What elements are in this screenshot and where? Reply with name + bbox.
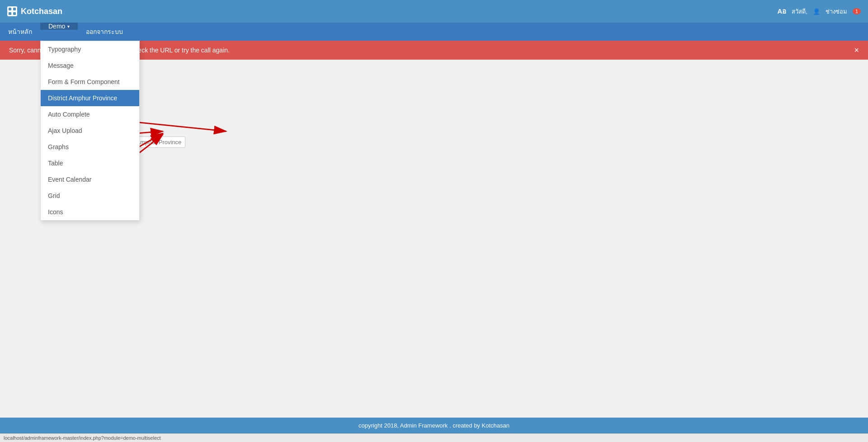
- nav-home-label: หน้าหลัก: [8, 27, 32, 37]
- user-greeting: สวัสดี,: [792, 7, 807, 16]
- main-nav: หน้าหลัก Demo ▾ Typography Message Form …: [0, 23, 868, 41]
- nav-logout-label: ออกจากระบบ: [86, 27, 123, 37]
- svg-rect-3: [13, 12, 16, 15]
- chevron-down-icon: ▾: [67, 24, 70, 29]
- footer-text: copyright 2018, Admin Framework . create…: [359, 422, 509, 429]
- dropdown-item-graphs[interactable]: Graphs: [41, 139, 139, 155]
- dropdown-item-ajax-upload[interactable]: Ajax Upload: [41, 122, 139, 139]
- nav-demo-wrapper: Demo ▾ Typography Message Form & Form Co…: [40, 23, 78, 41]
- dropdown-item-typography[interactable]: Typography: [41, 41, 139, 57]
- user-name: ช่างซ่อม: [826, 7, 847, 16]
- footer: copyright 2018, Admin Framework . create…: [0, 418, 868, 433]
- brand-label: Kotchasan: [21, 7, 62, 16]
- nav-item-demo[interactable]: Demo ▾: [40, 23, 78, 30]
- dropdown-item-message[interactable]: Message: [41, 57, 139, 74]
- status-bar: localhost/adminframework-master/index.ph…: [0, 433, 868, 442]
- nav-item-logout[interactable]: ออกจากระบบ: [78, 23, 131, 41]
- brand-icon: [7, 6, 17, 16]
- nav-demo-label: Demo: [48, 23, 65, 30]
- top-navbar: Kotchasan Aอ สวัสดี, 👤 ช่างซ่อม 1: [0, 0, 868, 23]
- dropdown-item-grid[interactable]: Grid: [41, 188, 139, 204]
- dropdown-item-table[interactable]: Table: [41, 155, 139, 171]
- alert-close-button[interactable]: ×: [854, 46, 859, 54]
- dropdown-item-autocomplete[interactable]: Auto Complete: [41, 106, 139, 122]
- dropdown-item-event-calendar[interactable]: Event Calendar: [41, 171, 139, 188]
- nav-item-home[interactable]: หน้าหลัก: [0, 23, 40, 41]
- dropdown-menu: Typography Message Form & Form Component…: [40, 41, 140, 221]
- svg-rect-1: [13, 8, 16, 10]
- brand: Kotchasan: [7, 6, 62, 16]
- dropdown-item-district[interactable]: District Amphur Province: [41, 90, 139, 106]
- status-url: localhost/adminframework-master/index.ph…: [4, 435, 161, 441]
- dropdown-item-form[interactable]: Form & Form Component: [41, 74, 139, 90]
- dropdown-item-icons[interactable]: Icons: [41, 204, 139, 220]
- svg-rect-0: [9, 8, 11, 10]
- user-lang: Aอ: [777, 6, 786, 17]
- svg-rect-2: [9, 12, 11, 15]
- notification-badge: 1: [853, 8, 861, 14]
- user-info: Aอ สวัสดี, 👤 ช่างซ่อม 1: [777, 6, 861, 17]
- user-icon: 👤: [813, 8, 820, 15]
